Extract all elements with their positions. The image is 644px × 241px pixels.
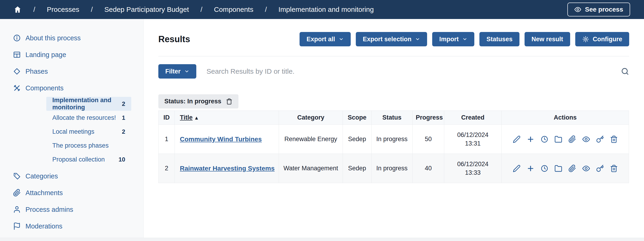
cell-scope: Sedep	[343, 125, 372, 154]
sidebar: About this process Landing page Phases C…	[0, 19, 144, 238]
trash-icon[interactable]	[610, 135, 618, 143]
eye-icon	[574, 6, 581, 13]
configure-button[interactable]: Configure	[575, 32, 630, 46]
sort-asc-icon: ▲	[194, 115, 199, 121]
topbar: / Processes / Sedep Participatory Budget…	[0, 0, 644, 19]
sidebar-item-about[interactable]: About this process	[0, 30, 143, 46]
edit-icon[interactable]	[513, 164, 520, 172]
export-selection-button[interactable]: Export selection	[356, 32, 427, 46]
clock-icon[interactable]	[540, 135, 548, 143]
sidebar-subitem-local-meetings[interactable]: Local meetings 2	[46, 125, 131, 139]
paperclip-icon	[13, 189, 21, 197]
sidebar-item-landing-page[interactable]: Landing page	[0, 46, 143, 63]
cell-title: Community Wind Turbines	[175, 125, 279, 154]
sidebar-item-categories[interactable]: Categories	[0, 168, 143, 184]
info-icon	[13, 34, 21, 42]
search-input[interactable]	[206, 67, 611, 75]
components-subnav: Implementation and monitoring 2 Allocate…	[0, 96, 143, 168]
plus-icon[interactable]	[527, 135, 534, 143]
cell-progress: 40	[412, 154, 444, 183]
breadcrumb-separator: /	[265, 6, 267, 14]
remove-filter-trash-icon[interactable]	[226, 98, 232, 105]
edit-icon[interactable]	[513, 135, 520, 143]
col-header-status: Status	[372, 111, 412, 125]
sidebar-subitem-allocate-resources[interactable]: Allocate the resources! 1	[46, 111, 131, 125]
sidebar-subitem-implementation-monitoring[interactable]: Implementation and monitoring 2	[46, 97, 131, 111]
breadcrumb-components[interactable]: Components	[214, 6, 253, 14]
col-header-scope: Scope	[343, 111, 372, 125]
folder-icon[interactable]	[554, 164, 562, 172]
chevron-down-icon	[415, 37, 420, 42]
new-result-button[interactable]: New result	[524, 32, 570, 46]
table-row: 1 Community Wind Turbines Renewable Ener…	[158, 125, 629, 154]
key-icon[interactable]	[596, 164, 604, 172]
sidebar-item-components[interactable]: Components	[0, 80, 143, 96]
sidebar-subitem-process-phases[interactable]: The process phases	[46, 139, 131, 152]
chevron-down-icon	[339, 37, 344, 42]
filter-button[interactable]: Filter	[158, 64, 196, 79]
sidebar-item-moderations[interactable]: Moderations	[0, 218, 143, 234]
cell-id: 1	[158, 125, 175, 154]
clock-icon[interactable]	[540, 164, 548, 172]
cell-actions	[502, 154, 629, 183]
tag-icon	[13, 172, 21, 180]
sidebar-item-process-admins[interactable]: Process admins	[0, 201, 143, 218]
eye-icon[interactable]	[582, 164, 590, 172]
cell-progress: 50	[412, 125, 444, 154]
breadcrumb-separator: /	[91, 6, 92, 14]
breadcrumb-separator: /	[33, 6, 35, 14]
count-badge: 1	[122, 114, 125, 121]
cell-scope: Sedep	[343, 154, 372, 183]
breadcrumb-current[interactable]: Implementation and monitoring	[278, 6, 374, 14]
cell-status: In progress	[372, 125, 412, 154]
folder-icon[interactable]	[554, 135, 562, 143]
plus-icon[interactable]	[527, 164, 534, 172]
cell-category: Water Management	[279, 154, 343, 183]
col-header-id: ID	[158, 111, 175, 125]
statuses-button[interactable]: Statuses	[480, 32, 520, 46]
trash-icon[interactable]	[610, 164, 618, 172]
paperclip-icon[interactable]	[568, 164, 576, 172]
chevron-down-icon	[462, 37, 467, 42]
col-header-actions: Actions	[502, 111, 629, 125]
breadcrumb-separator: /	[200, 6, 202, 14]
table-header-row: ID Title▲ Category Scope Status Progress…	[158, 111, 629, 125]
cell-created: 06/12/2024 13:31	[444, 125, 502, 154]
key-icon[interactable]	[596, 135, 604, 143]
person-icon	[13, 205, 21, 213]
chevron-down-icon	[184, 69, 189, 74]
cell-actions	[502, 125, 629, 154]
phases-icon	[13, 67, 21, 75]
eye-icon[interactable]	[582, 135, 590, 143]
main-content: Results Export all Export selection Impo…	[144, 19, 644, 238]
table-row: 2 Rainwater Harvesting Systems Water Man…	[158, 154, 629, 183]
breadcrumb-process-name[interactable]: Sedep Participatory Budget	[104, 6, 189, 14]
search-icon[interactable]	[621, 67, 629, 76]
import-button[interactable]: Import	[432, 32, 474, 46]
page-title: Results	[158, 34, 190, 44]
paperclip-icon[interactable]	[568, 135, 576, 143]
home-icon[interactable]	[14, 5, 22, 14]
divider	[158, 56, 629, 56]
col-header-created: Created	[444, 111, 502, 125]
export-all-button[interactable]: Export all	[300, 32, 351, 46]
col-header-category: Category	[279, 111, 343, 125]
breadcrumb-processes[interactable]: Processes	[47, 6, 79, 14]
flag-icon	[13, 222, 21, 230]
cell-id: 2	[158, 154, 175, 183]
results-table: ID Title▲ Category Scope Status Progress…	[158, 111, 629, 183]
result-title-link[interactable]: Community Wind Turbines	[180, 136, 262, 143]
col-header-progress: Progress	[412, 111, 444, 125]
col-header-title-sort[interactable]: Title▲	[175, 111, 279, 125]
result-title-link[interactable]: Rainwater Harvesting Systems	[180, 165, 274, 172]
see-process-button[interactable]: See process	[568, 3, 630, 17]
tools-icon	[13, 84, 21, 92]
count-badge: 2	[122, 128, 125, 135]
sidebar-item-phases[interactable]: Phases	[0, 63, 143, 80]
count-badge: 10	[118, 156, 125, 163]
cell-status: In progress	[372, 154, 412, 183]
cell-category: Renewable Energy	[279, 125, 343, 154]
sidebar-subitem-proposal-collection[interactable]: Proposal collection 10	[46, 152, 131, 166]
sidebar-item-attachments[interactable]: Attachments	[0, 184, 143, 201]
cell-title: Rainwater Harvesting Systems	[175, 154, 279, 183]
